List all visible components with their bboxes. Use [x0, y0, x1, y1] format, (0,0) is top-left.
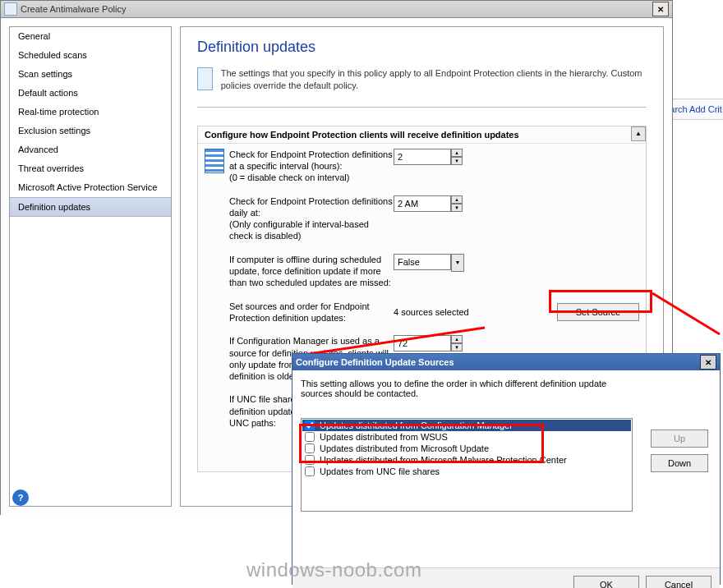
offline-dropdown[interactable]: ▼	[394, 254, 464, 272]
scroll-up-icon[interactable]: ▲	[631, 126, 646, 141]
source-checkbox-unc[interactable]	[305, 466, 315, 476]
configure-sources-dialog: Configure Definition Update Sources ✕ Th…	[292, 353, 721, 585]
source-item-unc[interactable]: Updates from UNC file shares	[302, 466, 631, 477]
source-label: Updates distributed from Microsoft Updat…	[320, 443, 489, 453]
sidebar-item-exclusion[interactable]: Exclusion settings	[10, 122, 171, 140]
chevron-down-icon[interactable]: ▼	[451, 254, 464, 272]
row-sources: Set sources and order for Endpoint Prote…	[205, 301, 639, 324]
interval-spinner[interactable]: ▲▼	[394, 149, 463, 165]
configmgr-up-icon[interactable]: ▲	[451, 335, 463, 343]
set-source-button[interactable]: Set Source	[557, 303, 639, 321]
sidebar-item-scan-settings[interactable]: Scan settings	[10, 65, 171, 84]
sidebar-item-general[interactable]: General	[10, 27, 171, 46]
sidebar-item-scheduled-scans[interactable]: Scheduled scans	[10, 46, 171, 65]
sources-status: 4 sources selected	[394, 307, 469, 317]
help-icon[interactable]: ?	[12, 489, 29, 506]
sidebar-item-realtime[interactable]: Real-time protection	[10, 103, 171, 122]
daily-up-icon[interactable]: ▲	[451, 195, 463, 204]
source-label: Updates distributed from Configuration M…	[320, 420, 513, 430]
source-label: Updates distributed from Microsoft Malwa…	[320, 455, 567, 465]
source-checkbox-msupdate[interactable]	[305, 443, 315, 453]
configmgr-down-icon[interactable]: ▼	[451, 343, 463, 351]
page-description: The settings that you specify in this po…	[221, 67, 647, 92]
down-button[interactable]: Down	[651, 454, 708, 472]
source-item-wsus[interactable]: Updates distributed from WSUS	[302, 431, 631, 443]
source-item-msupdate[interactable]: Updates distributed from Microsoft Updat…	[302, 443, 631, 454]
interval-input[interactable]	[394, 149, 451, 165]
checklist-icon	[205, 149, 224, 173]
dialog-description: This setting allows you to define the or…	[301, 379, 629, 398]
sidebar-item-maps[interactable]: Microsoft Active Protection Service	[10, 178, 171, 197]
offline-input[interactable]	[394, 254, 451, 270]
dialog-icon	[4, 2, 17, 16]
sidebar-item-definition-updates[interactable]: Definition updates	[10, 197, 171, 217]
divider	[197, 107, 647, 108]
daily-label: Check for Endpoint Protection definition…	[229, 195, 394, 242]
source-item-configmgr[interactable]: Updates distributed from Configuration M…	[302, 420, 631, 431]
configmgr-spinner[interactable]: ▲▼	[394, 335, 463, 351]
titlebar[interactable]: Configure Definition Update Sources ✕	[292, 354, 720, 370]
daily-down-icon[interactable]: ▼	[451, 204, 463, 212]
sources-label: Set sources and order for Endpoint Prote…	[229, 301, 394, 324]
panel-title: Configure how Endpoint Protection client…	[198, 126, 646, 144]
row-daily: Check for Endpoint Protection definition…	[205, 195, 639, 242]
ok-button[interactable]: OK	[573, 576, 639, 588]
sidebar: General Scheduled scans Scan settings De…	[9, 26, 172, 507]
add-criteria-button[interactable]: Add Crit	[689, 104, 722, 114]
up-button[interactable]: Up	[651, 430, 708, 448]
sidebar-item-threat-overrides[interactable]: Threat overrides	[10, 159, 171, 178]
page-heading: Definition updates	[197, 39, 647, 56]
dialog-title: Configure Definition Update Sources	[296, 357, 454, 367]
configmgr-input[interactable]	[394, 335, 451, 351]
document-icon	[197, 67, 213, 90]
sidebar-item-default-actions[interactable]: Default actions	[10, 84, 171, 103]
reorder-buttons: Up Down	[651, 430, 708, 472]
interval-down-icon[interactable]: ▼	[451, 157, 463, 165]
row-offline: If computer is offline during scheduled …	[205, 254, 639, 289]
watermark: windows-noob.com	[246, 558, 421, 581]
titlebar[interactable]: Create Antimalware Policy ✕	[1, 1, 672, 18]
interval-label: Check for Endpoint Protection definition…	[229, 149, 394, 184]
sources-listbox[interactable]: Updates distributed from Configuration M…	[301, 418, 633, 512]
source-label: Updates distributed from WSUS	[320, 432, 448, 442]
dialog-title: Create Antimalware Policy	[21, 4, 126, 14]
source-label: Updates from UNC file shares	[320, 466, 440, 476]
interval-up-icon[interactable]: ▲	[451, 149, 463, 157]
source-checkbox-wsus[interactable]	[305, 432, 315, 442]
source-checkbox-mmpc[interactable]	[305, 455, 315, 465]
source-item-mmpc[interactable]: Updates distributed from Microsoft Malwa…	[302, 454, 631, 466]
close-icon[interactable]: ✕	[700, 355, 716, 370]
daily-spinner[interactable]: ▲▼	[394, 195, 463, 212]
row-interval: Check for Endpoint Protection definition…	[205, 149, 639, 184]
sidebar-item-advanced[interactable]: Advanced	[10, 140, 171, 159]
offline-label: If computer is offline during scheduled …	[229, 254, 394, 289]
cancel-button[interactable]: Cancel	[646, 576, 711, 588]
daily-input[interactable]	[394, 195, 451, 212]
close-icon[interactable]: ✕	[652, 2, 669, 16]
source-checkbox-configmgr[interactable]	[305, 420, 315, 430]
